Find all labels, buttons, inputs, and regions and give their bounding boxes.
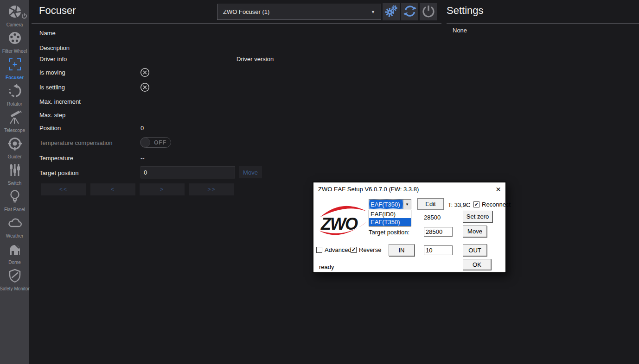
edit-button[interactable]: Edit bbox=[417, 198, 444, 210]
eaf-device-combobox-value: EAF(T350) bbox=[369, 200, 403, 209]
settings-content: None bbox=[453, 27, 467, 34]
reverse-checkbox[interactable]: ✓ bbox=[351, 247, 357, 253]
target-position-label: Target position: bbox=[369, 229, 409, 236]
advanced-checkbox[interactable] bbox=[316, 247, 322, 253]
temperature-value: -- bbox=[141, 155, 145, 162]
temperature-compensation-toggle[interactable]: OFF bbox=[140, 137, 171, 148]
eaf-device-option-list: EAF(ID0) EAF(T350) bbox=[369, 210, 411, 226]
check-icon: ✓ bbox=[474, 201, 479, 207]
zwo-logo: ZWO bbox=[317, 202, 369, 243]
set-zero-button[interactable]: Set zero bbox=[463, 211, 492, 222]
rescan-devices-button[interactable] bbox=[401, 3, 418, 20]
settings-divider bbox=[447, 23, 639, 24]
move-out-button[interactable]: > bbox=[140, 183, 185, 195]
weather-cloud-icon bbox=[7, 215, 22, 232]
field-label-max-increment: Max. increment bbox=[39, 98, 81, 105]
sidebar-item-label: Rotator bbox=[7, 101, 22, 107]
move-fast-out-button[interactable]: >> bbox=[189, 183, 234, 195]
cross-circle-icon bbox=[140, 68, 150, 79]
target-position-input[interactable] bbox=[141, 166, 235, 178]
page-title: Focuser bbox=[39, 5, 76, 17]
power-icon bbox=[422, 5, 435, 19]
reconnect-label: Reconnect bbox=[482, 201, 511, 208]
field-label-is-moving: Is moving bbox=[39, 69, 65, 76]
sidebar-item-weather[interactable]: Weather bbox=[0, 214, 29, 239]
guider-target-icon bbox=[7, 136, 22, 153]
toggle-state-label: OFF bbox=[154, 139, 166, 146]
field-label-driver-info: Driver info bbox=[39, 56, 67, 63]
dialog-titlebar[interactable]: ZWO EAF Setup V6.0.7.0 (FW: 3.3.8) × bbox=[313, 182, 505, 196]
move-button[interactable]: Move bbox=[239, 166, 262, 178]
sidebar-item-label: Focuser bbox=[6, 75, 24, 81]
field-label-position: Position bbox=[39, 125, 61, 132]
eaf-device-option[interactable]: EAF(ID0) bbox=[369, 210, 411, 218]
current-position-value: 28500 bbox=[424, 214, 441, 221]
advanced-label: Advanced bbox=[325, 246, 351, 253]
rotator-arrow-icon bbox=[7, 83, 22, 100]
sidebar-item-switch[interactable]: Switch bbox=[0, 161, 29, 186]
move-fast-in-button[interactable]: << bbox=[41, 183, 86, 195]
device-select-dropdown[interactable]: ZWO Focuser (1) ▼ bbox=[217, 4, 381, 20]
sidebar-item-focuser[interactable]: Focuser bbox=[0, 56, 29, 81]
sidebar-item-label: Safety Monitor bbox=[0, 286, 30, 292]
settings-panel-title: Settings bbox=[447, 5, 484, 17]
device-select-value: ZWO Focuser (1) bbox=[223, 8, 269, 15]
check-icon: ✓ bbox=[351, 247, 356, 252]
refresh-icon bbox=[403, 4, 417, 20]
device-settings-button[interactable] bbox=[383, 3, 400, 20]
eaf-device-combobox[interactable]: EAF(T350) ▼ bbox=[369, 199, 411, 209]
field-label-temperature: Temperature bbox=[39, 155, 73, 162]
sidebar-item-filter-wheel[interactable]: Filter Wheel bbox=[0, 29, 29, 54]
reverse-label: Reverse bbox=[359, 246, 381, 253]
chevron-down-icon: ▼ bbox=[371, 10, 375, 14]
ok-button[interactable]: OK bbox=[463, 259, 491, 270]
in-button[interactable]: IN bbox=[389, 244, 415, 256]
combobox-dropdown-button[interactable]: ▼ bbox=[403, 200, 411, 209]
field-label-temperature-compensation: Temperature compensation bbox=[39, 139, 113, 146]
field-label-name: Name bbox=[39, 30, 56, 37]
dialog-move-button[interactable]: Move bbox=[463, 226, 487, 237]
sidebar-item-guider[interactable]: Guider bbox=[0, 135, 29, 160]
sidebar-item-telescope[interactable]: Telescope bbox=[0, 108, 29, 133]
sidebar-item-safety-monitor[interactable]: Safety Monitor bbox=[0, 267, 29, 292]
dialog-target-position-input[interactable] bbox=[424, 227, 453, 237]
sidebar-item-dome[interactable]: Dome bbox=[0, 240, 29, 265]
dialog-title: ZWO EAF Setup V6.0.7.0 (FW: 3.3.8) bbox=[318, 186, 419, 193]
eaf-temperature-label: T: 33,9C bbox=[448, 201, 470, 208]
toggle-knob bbox=[141, 138, 150, 147]
sidebar-item-rotator[interactable]: Rotator bbox=[0, 82, 29, 107]
switch-sliders-icon bbox=[7, 163, 22, 179]
sidebar-item-label: Filter Wheel bbox=[2, 49, 27, 54]
sidebar-item-label: Telescope bbox=[4, 128, 25, 133]
camera-power-indicator-icon bbox=[21, 13, 27, 21]
move-in-button[interactable]: < bbox=[90, 183, 135, 195]
sidebar-item-camera[interactable]: Camera bbox=[0, 3, 29, 28]
reconnect-checkbox[interactable]: ✓ bbox=[473, 201, 479, 207]
gear-icon bbox=[385, 5, 398, 19]
out-button[interactable]: OUT bbox=[463, 244, 487, 256]
dialog-status-text: ready bbox=[319, 264, 334, 270]
sidebar-item-label: Guider bbox=[7, 154, 21, 160]
step-size-input[interactable] bbox=[424, 245, 453, 255]
sidebar: Camera Filter Wheel bbox=[0, 0, 29, 364]
connect-button[interactable] bbox=[420, 3, 437, 20]
field-label-max-step: Max. step bbox=[39, 112, 65, 119]
nina-focuser-window: Camera Filter Wheel bbox=[0, 0, 639, 364]
sidebar-item-label: Dome bbox=[8, 260, 21, 265]
chevron-down-icon: ▼ bbox=[405, 202, 409, 207]
filter-wheel-icon bbox=[7, 31, 22, 47]
sidebar-item-label: Camera bbox=[6, 22, 23, 28]
safety-shield-icon bbox=[7, 268, 22, 285]
sidebar-item-label: Switch bbox=[8, 181, 21, 186]
focuser-crosshair-icon bbox=[7, 57, 22, 74]
field-label-driver-version: Driver version bbox=[236, 56, 274, 63]
sidebar-item-label: Weather bbox=[6, 233, 24, 239]
main-divider bbox=[32, 23, 441, 24]
eaf-device-option[interactable]: EAF(T350) bbox=[369, 218, 411, 226]
close-icon[interactable]: × bbox=[496, 183, 501, 195]
sidebar-item-label: Flat Panel bbox=[4, 207, 25, 213]
sidebar-item-flat-panel[interactable]: Flat Panel bbox=[0, 188, 29, 213]
dome-observatory-icon bbox=[7, 242, 22, 258]
zwo-logo-text: ZWO bbox=[320, 214, 358, 233]
flat-panel-bulb-icon bbox=[7, 189, 22, 206]
